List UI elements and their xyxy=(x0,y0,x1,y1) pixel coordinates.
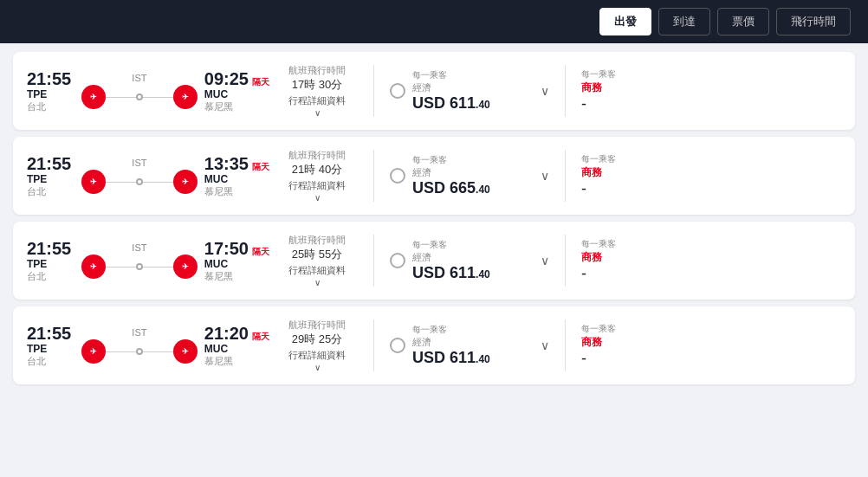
arrival-time-row: 17:50 隔天 xyxy=(204,239,269,258)
economy-section: 每一乘客 經濟 USD 665.40 ∨ xyxy=(383,154,556,197)
business-price-block: 每一乘客 商務 - xyxy=(581,238,616,283)
arrival-city: 慕尼黑 xyxy=(204,355,233,368)
business-class-label: 商務 xyxy=(581,165,602,180)
arrival-time-row: 13:35 隔天 xyxy=(204,154,269,173)
economy-price: USD 611.40 xyxy=(412,264,490,282)
airline-logo-left: ✈ xyxy=(81,255,106,279)
economy-section: 每一乘客 經濟 USD 611.40 ∨ xyxy=(383,239,556,282)
economy-radio[interactable] xyxy=(390,168,405,184)
stopover-label: IST xyxy=(132,158,146,168)
per-passenger-label: 每一乘客 xyxy=(412,324,490,336)
price-main: 665 xyxy=(450,179,476,197)
economy-dropdown-icon[interactable]: ∨ xyxy=(541,254,549,268)
price-cents: .40 xyxy=(476,268,490,280)
route-visual: IST ✈ ✈ xyxy=(81,158,198,194)
economy-class-label: 經濟 xyxy=(412,81,490,94)
detail-link[interactable]: 行程詳細資料 ∨ xyxy=(276,349,358,372)
economy-radio[interactable] xyxy=(390,338,405,353)
arrival-city: 慕尼黑 xyxy=(204,270,233,283)
route-line xyxy=(106,182,173,183)
business-section: 每一乘客 商務 - xyxy=(574,68,713,113)
next-day-badge: 隔天 xyxy=(252,161,269,173)
business-per-passenger-label: 每一乘客 xyxy=(581,238,616,250)
next-day-badge: 隔天 xyxy=(252,331,269,343)
arrival-time: 13:35 xyxy=(204,154,249,173)
arrival-time: 21:20 xyxy=(204,324,249,343)
duration-section: 航班飛行時間 17時 30分 行程詳細資料 ∨ xyxy=(269,64,365,118)
economy-dropdown-icon[interactable]: ∨ xyxy=(541,338,549,352)
arrival-block: 21:20 隔天 MUC 慕尼黑 xyxy=(204,324,269,368)
card-divider-2 xyxy=(565,150,566,202)
airline-logo-right: ✈ xyxy=(173,339,198,364)
economy-dropdown-icon[interactable]: ∨ xyxy=(541,84,549,98)
route-line-container: ✈ ✈ xyxy=(81,170,198,194)
card-divider-2 xyxy=(565,319,566,371)
departure-block: 21:55 TPE 台北 xyxy=(27,69,74,113)
duration-section: 航班飛行時間 25時 55分 行程詳細資料 ∨ xyxy=(269,234,365,287)
economy-radio[interactable] xyxy=(390,253,405,268)
route-visual: IST ✈ ✈ xyxy=(81,327,198,364)
flights-container: 21:55 TPE 台北 IST ✈ ✈ 09:25 隔天 xyxy=(0,43,868,393)
departure-time: 21:55 xyxy=(27,69,71,88)
card-divider-2 xyxy=(565,235,566,287)
economy-radio[interactable] xyxy=(390,83,405,99)
sort-price-button[interactable]: 票價 xyxy=(717,8,769,35)
next-day-badge: 隔天 xyxy=(252,246,269,258)
detail-link[interactable]: 行程詳細資料 ∨ xyxy=(276,264,358,287)
economy-price: USD 665.40 xyxy=(412,179,490,197)
duration-label: 航班飛行時間 xyxy=(276,319,358,332)
route-dot xyxy=(136,348,143,355)
stopover-label: IST xyxy=(132,242,146,253)
currency-label: USD xyxy=(412,264,450,282)
departure-block: 21:55 TPE 台北 xyxy=(27,154,74,198)
airline-logo-right: ✈ xyxy=(173,85,198,109)
flight-card-1: 21:55 TPE 台北 IST ✈ ✈ 09:25 隔天 xyxy=(13,52,855,130)
route-line-container: ✈ ✈ xyxy=(81,85,198,109)
price-cents: .40 xyxy=(476,99,490,111)
economy-section: 每一乘客 經濟 USD 611.40 ∨ xyxy=(383,324,556,367)
per-passenger-label: 每一乘客 xyxy=(412,154,490,166)
route-visual: IST ✈ ✈ xyxy=(81,73,198,109)
price-main: 611 xyxy=(450,94,476,113)
duration-label: 航班飛行時間 xyxy=(276,234,358,247)
detail-chevron-icon: ∨ xyxy=(314,193,321,203)
duration-section: 航班飛行時間 21時 40分 行程詳細資料 ∨ xyxy=(269,149,365,203)
currency-label: USD xyxy=(412,179,450,197)
duration-label: 航班飛行時間 xyxy=(276,64,358,77)
flight-card-4: 21:55 TPE 台北 IST ✈ ✈ 21:20 隔天 xyxy=(13,306,855,384)
airline-logo-left: ✈ xyxy=(81,85,106,109)
price-block: 每一乘客 經濟 USD 611.40 xyxy=(412,324,490,367)
sort-depart-button[interactable]: 出發 xyxy=(599,8,651,35)
arrival-time: 09:25 xyxy=(204,69,249,88)
duration-time: 21時 40分 xyxy=(276,162,358,177)
detail-chevron-icon: ∨ xyxy=(314,108,321,118)
business-per-passenger-label: 每一乘客 xyxy=(581,323,616,335)
currency-label: USD xyxy=(412,94,450,113)
departure-time: 21:55 xyxy=(27,239,71,258)
route-line xyxy=(106,351,173,352)
price-main: 611 xyxy=(450,264,476,282)
departure-code: TPE xyxy=(27,343,47,355)
detail-link[interactable]: 行程詳細資料 ∨ xyxy=(276,179,358,203)
arrival-city: 慕尼黑 xyxy=(204,185,233,198)
price-block: 每一乘客 經濟 USD 611.40 xyxy=(412,239,490,282)
route-dot xyxy=(136,93,143,100)
arrival-time-row: 21:20 隔天 xyxy=(204,324,269,343)
duration-label: 航班飛行時間 xyxy=(276,149,358,162)
business-price: - xyxy=(581,265,586,283)
business-price-block: 每一乘客 商務 - xyxy=(581,153,616,198)
sort-duration-button[interactable]: 飛行時間 xyxy=(776,8,851,35)
card-divider xyxy=(373,65,374,117)
arrival-block: 17:50 隔天 MUC 慕尼黑 xyxy=(204,239,269,283)
route-visual: IST ✈ ✈ xyxy=(81,242,198,279)
next-day-badge: 隔天 xyxy=(252,76,269,88)
departure-time: 21:55 xyxy=(27,154,71,173)
sort-arrive-button[interactable]: 到達 xyxy=(658,8,710,35)
business-class-label: 商務 xyxy=(581,250,602,265)
economy-dropdown-icon[interactable]: ∨ xyxy=(541,169,549,183)
economy-class-label: 經濟 xyxy=(412,336,490,349)
economy-section: 每一乘客 經濟 USD 611.40 ∨ xyxy=(383,69,556,113)
detail-link[interactable]: 行程詳細資料 ∨ xyxy=(276,94,358,118)
departure-city: 台北 xyxy=(27,355,46,368)
departure-code: TPE xyxy=(27,173,47,185)
